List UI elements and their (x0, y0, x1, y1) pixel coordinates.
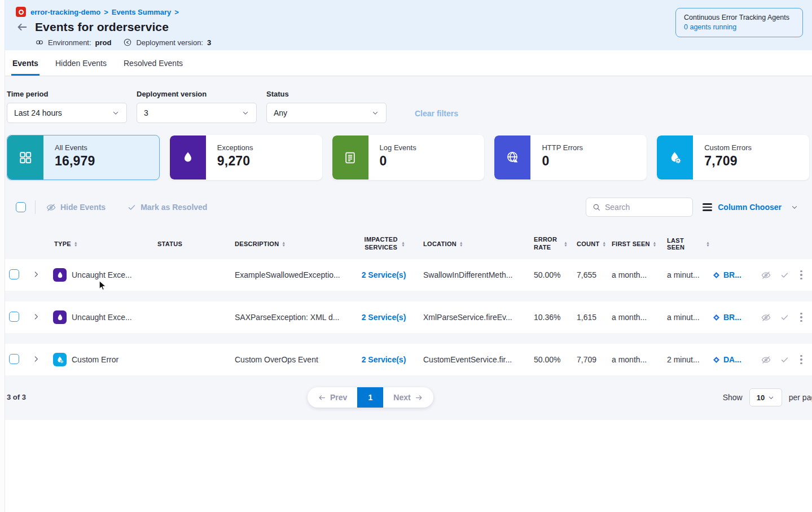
tab-events[interactable]: Events (11, 52, 39, 76)
table-footer: 3 of 3 Prev 1 Next Show 10 per page (0, 386, 812, 420)
agents-panel-title: Continuous Error Tracking Agents (684, 14, 795, 21)
error-rate: 50.00% (524, 355, 570, 364)
time-period-label: Time period (7, 90, 127, 98)
ticket-link[interactable]: DA... (723, 355, 741, 364)
toolbar-divider (35, 200, 36, 214)
last-seen: a minut... (662, 270, 712, 279)
sort-icon[interactable]: ▲▼ (401, 241, 405, 247)
deployment-version-value: 3 (207, 38, 211, 47)
error-rate: 10.36% (524, 313, 570, 322)
mark-as-resolved-button[interactable]: Mark as Resolved (127, 203, 207, 212)
sort-icon[interactable]: ▲▼ (706, 241, 710, 247)
error-tracking-logo-icon (16, 7, 26, 17)
flame-icon (53, 310, 67, 324)
hide-events-button[interactable]: Hide Events (46, 202, 106, 213)
flame-icon (170, 135, 206, 180)
chevron-down-icon (791, 203, 798, 211)
column-chooser-button[interactable]: Column Chooser (703, 203, 798, 212)
flame-gear-icon (53, 353, 67, 366)
row-menu-icon[interactable] (798, 312, 805, 323)
resolve-event-icon[interactable] (780, 313, 789, 322)
chevron-right-icon[interactable] (32, 355, 41, 364)
chevron-down-icon (767, 394, 775, 401)
service-meta: Environment: prod Deployment version: 3 (35, 38, 803, 47)
events-tab-bar: Events Hidden Events Resolved Events (0, 50, 812, 76)
hide-event-icon[interactable] (761, 355, 771, 365)
ticket-diamond-icon (712, 356, 721, 364)
resolve-event-icon[interactable] (780, 355, 789, 365)
search-input[interactable] (605, 203, 687, 212)
hide-event-icon[interactable] (761, 312, 771, 323)
chevron-down-icon (242, 109, 249, 117)
ticket-diamond-icon (712, 271, 721, 279)
tab-hidden-events[interactable]: Hidden Events (54, 52, 108, 76)
select-all-checkbox[interactable] (16, 202, 26, 212)
stat-card-value: 16,979 (55, 154, 95, 169)
events-page: error-tracking-demo > Events Summary > E… (0, 0, 812, 512)
grid-icon (7, 135, 43, 180)
collapsed-nav-rail[interactable] (0, 0, 5, 512)
stat-card-custom-errors[interactable]: Custom Errors 7,709 (656, 135, 809, 180)
hamburger-icon (703, 203, 712, 211)
chevron-down-icon (371, 109, 379, 117)
impacted-services-link[interactable]: 2 Service(s) (362, 355, 406, 364)
sort-icon[interactable]: ▲▼ (603, 241, 607, 247)
prev-page-button[interactable]: Prev (308, 387, 357, 408)
row-checkbox[interactable] (9, 354, 19, 364)
hide-event-icon[interactable] (761, 270, 771, 281)
agents-running-link[interactable]: 0 agents running (684, 23, 736, 31)
table-toolbar: Hide Events Mark as Resolved Column Choo… (0, 197, 812, 217)
event-type: Custom Error (72, 355, 118, 364)
agents-panel[interactable]: Continuous Error Tracking Agents 0 agent… (675, 8, 803, 37)
page-size-select[interactable]: 10 (749, 388, 782, 406)
sort-icon[interactable]: ▲▼ (459, 241, 463, 247)
check-icon (127, 203, 137, 212)
row-menu-icon[interactable] (798, 269, 805, 281)
stat-card-log-events[interactable]: Log Events 0 (332, 135, 485, 180)
show-label: Show (723, 393, 743, 402)
sort-icon[interactable]: ▲▼ (282, 241, 286, 247)
row-checkbox[interactable] (9, 269, 19, 279)
impacted-services-link[interactable]: 2 Service(s) (362, 270, 406, 279)
sort-icon[interactable]: ▲▼ (564, 241, 568, 247)
tab-resolved-events[interactable]: Resolved Events (122, 52, 184, 76)
ticket-link[interactable]: BR... (723, 313, 741, 322)
chevron-right-icon[interactable] (32, 312, 41, 321)
row-count-summary: 3 of 3 (7, 393, 26, 401)
time-period-select[interactable]: Last 24 hours (7, 103, 127, 123)
chevron-down-icon (112, 109, 120, 117)
event-count: 1,615 (570, 313, 607, 322)
row-menu-icon[interactable] (798, 354, 805, 366)
stat-card-label: Custom Errors (704, 143, 752, 152)
clear-filters-button[interactable]: Clear filters (415, 109, 458, 118)
back-button[interactable] (16, 21, 28, 33)
breadcrumb-project-link[interactable]: error-tracking-demo (30, 8, 100, 16)
impacted-services-link[interactable]: 2 Service(s) (362, 313, 406, 322)
deployment-version-filter-label: Deployment version (137, 90, 257, 98)
event-description: ExampleSwallowedExceptio... (202, 270, 354, 279)
per-page-label: per page (789, 393, 812, 402)
stat-card-label: HTTP Errors (542, 143, 583, 152)
sort-icon[interactable]: ▲▼ (74, 241, 78, 247)
search-box (586, 198, 693, 217)
event-description: Custom OverOps Event (202, 355, 354, 364)
stat-card-all-events[interactable]: All Events 16,979 (7, 135, 160, 180)
ticket-link[interactable]: BR... (723, 270, 741, 279)
eye-slash-icon (46, 202, 56, 213)
status-select[interactable]: Any (266, 103, 387, 123)
filters-bar: Time period Last 24 hours Deployment ver… (0, 90, 812, 123)
chevron-right-icon[interactable] (32, 270, 41, 279)
last-seen: 2 minut... (662, 355, 712, 364)
next-page-button[interactable]: Next (383, 387, 433, 408)
breadcrumb-section-link[interactable]: Events Summary (112, 8, 172, 16)
stat-card-http-errors[interactable]: HTTP Errors 0 (494, 135, 647, 180)
resolve-event-icon[interactable] (780, 270, 789, 280)
row-checkbox[interactable] (9, 312, 19, 322)
arrow-left-icon (318, 393, 326, 402)
page-number-button[interactable]: 1 (357, 387, 383, 408)
table-row: Uncaught Exce... SAXParseException: XML … (0, 301, 812, 333)
pagination: Prev 1 Next (308, 387, 433, 408)
stat-card-exceptions[interactable]: Exceptions 9,270 (169, 135, 322, 180)
sort-icon[interactable]: ▲▼ (653, 241, 657, 247)
deployment-version-select[interactable]: 3 (137, 103, 257, 123)
